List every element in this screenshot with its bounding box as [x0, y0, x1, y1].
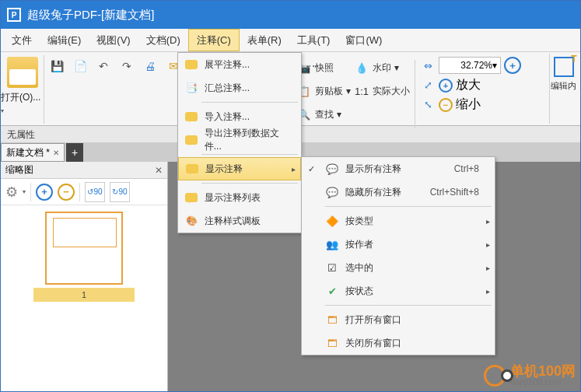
actual-size-button[interactable]: 1:1实际大小 — [354, 83, 410, 99]
app-logo-icon: P — [7, 8, 21, 22]
page-thumbnail[interactable] — [45, 212, 123, 285]
menu-bar: 文件 编辑(E) 视图(V) 文档(D) 注释(C) 表单(R) 工具(T) 窗… — [1, 29, 580, 52]
submenu-show-all[interactable]: ✓💬显示所有注释Ctrl+8 — [302, 157, 495, 180]
fit-width-icon[interactable]: ⇔ — [420, 58, 436, 73]
menu-separator — [201, 154, 298, 155]
page-number-label: 1 — [33, 288, 135, 302]
menu-comment[interactable]: 注释(C) — [188, 29, 240, 51]
tab-close-icon[interactable]: ✕ — [53, 149, 59, 157]
zoom-in-thumb-icon[interactable]: + — [36, 184, 53, 201]
menu-export-comments[interactable]: 导出注释到数据文件... — [178, 128, 301, 152]
menu-view[interactable]: 视图(V) — [89, 29, 138, 51]
save-as-icon[interactable]: 📄 — [71, 57, 89, 75]
show-comments-submenu: ✓💬显示所有注释Ctrl+8 💬隐藏所有注释Ctrl+Shift+8 🔶按类型▸… — [301, 156, 495, 355]
toolbar-open-group: 打开(O)... — [1, 52, 44, 125]
menu-separator — [325, 305, 492, 306]
rotate-ccw-icon[interactable]: ↺90 — [85, 182, 105, 202]
thumbnail-panel: 缩略图 ✕ ⚙▾ + − ↺90 ↻90 1 — [1, 162, 168, 392]
snapshot-button[interactable]: 📷快照 — [296, 60, 351, 75]
edit-content-icon — [554, 57, 574, 77]
menu-tool[interactable]: 工具(T) — [289, 29, 338, 51]
clipboard-button[interactable]: 📋剪贴板 ▾ — [296, 83, 351, 99]
tab-label: 新建文档 * — [6, 146, 50, 159]
watermark-button[interactable]: 💧水印 ▾ — [354, 60, 410, 75]
save-icon[interactable]: 💾 — [47, 57, 66, 75]
print-icon[interactable]: 🖨 — [141, 57, 159, 75]
menu-file[interactable]: 文件 — [4, 29, 40, 51]
title-bar: P 超级兔子PDF-[新建文档] — [1, 1, 580, 29]
rotate-cw-icon[interactable]: ↻90 — [110, 182, 130, 202]
zoom-tool-icon[interactable]: + — [504, 57, 521, 74]
redo-icon[interactable]: ↷ — [117, 57, 136, 75]
submenu-checked[interactable]: ☑选中的▸ — [302, 256, 495, 279]
menu-separator — [325, 206, 492, 207]
submenu-by-status[interactable]: ✔按状态▸ — [302, 279, 495, 303]
find-button[interactable]: 🔍查找 ▾ — [296, 107, 351, 122]
menu-form[interactable]: 表单(R) — [240, 29, 289, 51]
submenu-by-type[interactable]: 🔶按类型▸ — [302, 209, 495, 233]
menu-separator — [201, 183, 298, 184]
menu-import-comments[interactable]: 导入注释... — [178, 105, 301, 128]
submenu-by-author[interactable]: 👥按作者▸ — [302, 233, 495, 256]
document-tab[interactable]: 新建文档 * ✕ — [1, 143, 65, 162]
menu-edit[interactable]: 编辑(E) — [40, 29, 89, 51]
fit-page-button[interactable]: ⤢+放大 — [420, 77, 521, 93]
watermark-url: danji100.com — [510, 378, 576, 387]
watermark-name: 单机100网 — [510, 364, 576, 378]
window-title: 超级兔子PDF-[新建文档] — [27, 8, 154, 23]
menu-show-comment-list[interactable]: 显示注释列表 — [178, 186, 301, 209]
edit-content-button[interactable]: 编辑内 — [549, 54, 577, 124]
panel-close-icon[interactable]: ✕ — [155, 165, 163, 176]
open-folder-icon[interactable] — [7, 57, 38, 88]
menu-flatten-comments[interactable]: 展平注释... — [178, 53, 301, 76]
thumbnail-toolbar: ⚙▾ + − ↺90 ↻90 — [1, 179, 167, 205]
thumbnail-list: 1 — [1, 205, 167, 308]
open-button[interactable]: 打开(O)... — [1, 91, 44, 115]
submenu-hide-all[interactable]: 💬隐藏所有注释Ctrl+Shift+8 — [302, 180, 495, 204]
zoom-out-button[interactable]: ⤡−缩小 — [420, 96, 521, 113]
menu-window[interactable]: 窗口(W) — [338, 29, 390, 51]
undo-icon[interactable]: ↶ — [94, 57, 113, 75]
submenu-open-all-windows[interactable]: 🗔打开所有窗口 — [302, 308, 495, 331]
menu-comment-style-panel[interactable]: 🎨注释样式调板 — [178, 209, 301, 233]
submenu-arrow-icon: ▸ — [292, 165, 296, 173]
site-watermark: 单机100网 danji100.com — [484, 364, 576, 387]
menu-show-comments[interactable]: 显示注释▸ — [178, 157, 301, 180]
thumbnail-header: 缩略图 ✕ — [1, 162, 167, 179]
comment-menu-dropdown: 展平注释... 📑汇总注释... 导入注释... 导出注释到数据文件... 显示… — [177, 52, 302, 233]
zoom-out-thumb-icon[interactable]: − — [58, 184, 75, 201]
thumbnail-title: 缩略图 — [5, 163, 33, 177]
toolbar-view-group: 📷快照 💧水印 ▾ 📋剪贴板 ▾ 1:1实际大小 🔍查找 ▾ ⇔ 32.72% … — [296, 52, 526, 136]
zoom-input[interactable]: 32.72% ▾ — [439, 57, 501, 74]
submenu-close-all-windows[interactable]: 🗔关闭所有窗口 — [302, 331, 495, 355]
gear-icon[interactable]: ⚙ — [5, 184, 18, 201]
menu-doc[interactable]: 文档(D) — [138, 29, 188, 51]
menu-summarize-comments[interactable]: 📑汇总注释... — [178, 76, 301, 100]
new-tab-button[interactable]: + — [66, 143, 83, 162]
menu-separator — [201, 102, 298, 103]
toolbar-separator — [415, 60, 415, 128]
